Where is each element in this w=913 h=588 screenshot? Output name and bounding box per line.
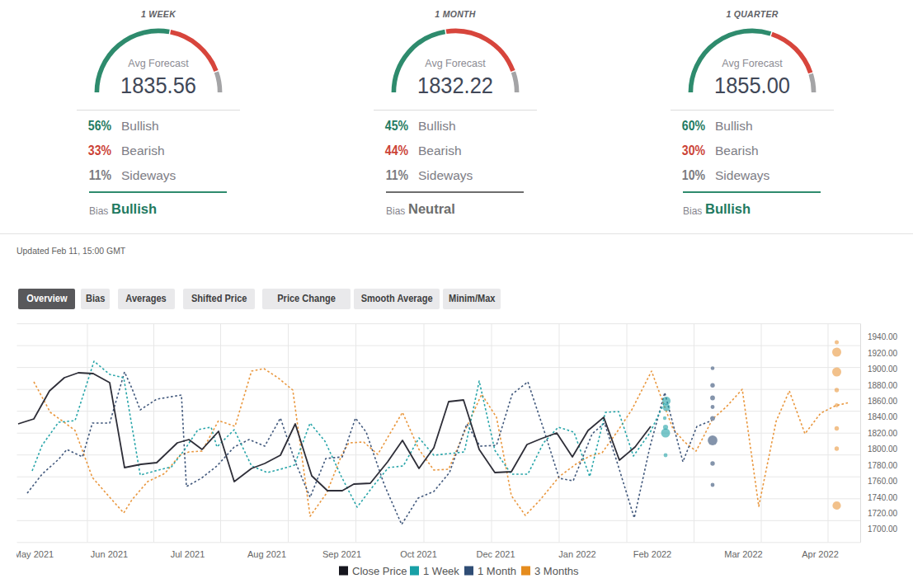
svg-text:1780.00: 1780.00 [868, 461, 898, 470]
svg-text:May 2021: May 2021 [14, 549, 54, 559]
svg-text:Jun 2021: Jun 2021 [91, 549, 128, 559]
svg-text:1 Week: 1 Week [423, 565, 459, 577]
svg-text:Aug 2021: Aug 2021 [247, 549, 286, 559]
svg-text:Feb 2022: Feb 2022 [633, 549, 671, 559]
svg-text:1800.00: 1800.00 [868, 445, 898, 454]
svg-text:1 Month: 1 Month [478, 565, 516, 577]
svg-text:1940.00: 1940.00 [868, 332, 898, 341]
svg-text:Mar 2022: Mar 2022 [724, 549, 762, 559]
svg-text:1880.00: 1880.00 [868, 381, 898, 390]
svg-text:Apr 2022: Apr 2022 [802, 549, 839, 559]
svg-text:1860.00: 1860.00 [868, 397, 898, 406]
svg-text:Oct 2021: Oct 2021 [400, 549, 437, 559]
svg-text:3 Months: 3 Months [534, 565, 579, 577]
svg-text:1700.00: 1700.00 [868, 524, 898, 534]
svg-text:Dec 2021: Dec 2021 [476, 549, 515, 559]
svg-text:1740.00: 1740.00 [868, 493, 898, 502]
svg-text:Jul 2021: Jul 2021 [171, 549, 205, 559]
svg-text:Sep 2021: Sep 2021 [322, 549, 361, 559]
svg-text:Jan 2022: Jan 2022 [558, 549, 595, 559]
svg-text:1920.00: 1920.00 [868, 349, 898, 358]
svg-text:1840.00: 1840.00 [868, 412, 898, 421]
svg-text:1760.00: 1760.00 [868, 477, 898, 486]
svg-text:1720.00: 1720.00 [868, 509, 898, 518]
svg-text:1820.00: 1820.00 [868, 429, 898, 438]
svg-text:1900.00: 1900.00 [868, 365, 898, 374]
svg-text:Close Price: Close Price [352, 565, 407, 577]
